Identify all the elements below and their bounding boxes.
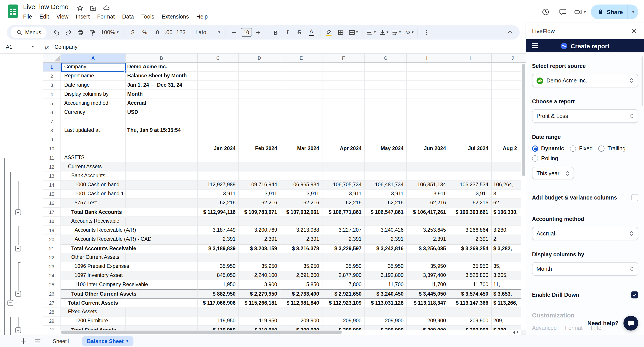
menu-help[interactable]: Help — [192, 12, 212, 21]
cell-G17[interactable]: $ 106,547,861 — [365, 208, 407, 217]
cell-E26[interactable]: $ 2,733,400 — [280, 289, 322, 298]
cell-E12[interactable] — [280, 162, 322, 172]
tab-format[interactable]: Format — [565, 325, 582, 331]
menu-insert[interactable]: Insert — [72, 12, 94, 21]
cell-A7[interactable] — [61, 117, 126, 126]
row-header-26[interactable]: 26 — [43, 289, 61, 298]
strikethrough-button[interactable]: S — [294, 27, 305, 38]
cell-I21[interactable]: $ 3,269,254 — [449, 244, 492, 253]
cell-B14[interactable] — [126, 181, 198, 190]
cell-H15[interactable]: 3,911 — [407, 190, 449, 199]
cell-C28[interactable] — [198, 307, 239, 316]
cell-I15[interactable]: 3,911 — [449, 190, 492, 199]
cell-E14[interactable]: 106,965,934 — [280, 181, 322, 190]
cell-H24[interactable]: 3,397,400 — [407, 271, 449, 280]
cell-F9[interactable] — [322, 135, 365, 144]
cell-D6[interactable] — [239, 108, 280, 117]
cell-H3[interactable] — [407, 81, 449, 90]
cell-C20[interactable]: 2,391 — [198, 235, 239, 244]
cell-D26[interactable]: $ 2,279,950 — [239, 289, 280, 298]
cell-D14[interactable]: 109,716,944 — [239, 181, 280, 190]
cell-G19[interactable]: 3,240,426 — [365, 226, 407, 235]
cell-A11[interactable]: ASSETS — [61, 153, 126, 162]
cell-I11[interactable] — [449, 153, 492, 162]
cell-B4[interactable]: Month — [126, 90, 198, 99]
cell-B9[interactable] — [126, 135, 198, 144]
cell-F20[interactable]: 2,391 — [322, 235, 365, 244]
cell-H22[interactable] — [407, 253, 449, 262]
cell-A10[interactable] — [61, 144, 126, 153]
text-wrap-button[interactable]: ▾ — [390, 27, 402, 38]
fill-color-button[interactable] — [323, 27, 334, 38]
cell-A15[interactable]: 1001 Cash on hand 1 — [61, 190, 126, 199]
cell-D24[interactable]: 2,240,100 — [239, 271, 280, 280]
period-select[interactable]: This year — [532, 167, 574, 179]
cell-D10[interactable]: Feb 2024 — [239, 144, 280, 153]
cell-C26[interactable]: $ 882,950 — [198, 289, 239, 298]
cell-E4[interactable] — [280, 90, 322, 99]
column-header-E[interactable]: E — [280, 54, 322, 63]
scroll-right-icon[interactable] — [517, 330, 518, 334]
radio-dynamic[interactable]: Dynamic — [532, 146, 564, 152]
cell-H26[interactable]: $ 3,445,050 — [407, 289, 449, 298]
cell-I25[interactable]: 11,700 — [449, 280, 492, 289]
menu-tools[interactable]: Tools — [138, 12, 158, 21]
cell-C29[interactable]: 119,950 — [198, 316, 239, 326]
column-header-C[interactable]: C — [198, 54, 239, 63]
collapse-group-button[interactable] — [15, 209, 21, 215]
cell-A22[interactable]: Other Current Assets — [61, 253, 126, 262]
row-header-16[interactable]: 16 — [43, 199, 61, 208]
cell-G14[interactable]: 106,481,734 — [365, 181, 407, 190]
cell-E29[interactable]: 209,900 — [280, 316, 322, 326]
cell-F17[interactable]: $ 106,771,861 — [322, 208, 365, 217]
cell-I20[interactable]: 2,391 — [449, 235, 492, 244]
cell-A21[interactable]: Total Accounts Receivable — [61, 244, 126, 253]
cell-B19[interactable] — [126, 226, 198, 235]
cell-I8[interactable] — [449, 126, 492, 135]
cell-H4[interactable] — [407, 90, 449, 99]
radio-fixed[interactable]: Fixed — [570, 146, 593, 152]
cell-G2[interactable] — [365, 72, 407, 81]
menus-search-button[interactable]: Menus — [11, 27, 47, 38]
cell-G5[interactable] — [365, 99, 407, 108]
horizontal-align-button[interactable]: ▾ — [366, 27, 377, 38]
report-source-select[interactable]: qb Demo Acme Inc. — [532, 74, 638, 88]
cell-A2[interactable]: Report name — [61, 72, 126, 81]
cell-B10[interactable] — [126, 144, 198, 153]
column-header-G[interactable]: G — [365, 54, 407, 63]
cell-F1[interactable] — [322, 63, 365, 72]
cell-I24[interactable]: 3,526,800 — [449, 271, 492, 280]
cell-C21[interactable]: $ 3,189,839 — [198, 244, 239, 253]
cell-I16[interactable]: 62,216 — [449, 199, 492, 208]
tab-sheet1[interactable]: Sheet1 — [46, 336, 76, 346]
cell-E20[interactable]: 2,391 — [280, 235, 322, 244]
cell-C10[interactable]: Jan 2024 — [198, 144, 239, 153]
menu-edit[interactable]: Edit — [36, 12, 53, 21]
cell-I23[interactable]: 35,950 — [449, 262, 492, 271]
cell-H29[interactable]: 209,900 — [407, 316, 449, 326]
cell-A19[interactable]: Accounts Receivable (A/R) — [61, 226, 126, 235]
row-header-5[interactable]: 5 — [43, 99, 61, 108]
cell-F18[interactable] — [322, 217, 365, 226]
column-header-F[interactable]: F — [322, 54, 365, 63]
row-header-14[interactable]: 14 — [43, 181, 61, 190]
cell-H7[interactable] — [407, 117, 449, 126]
cell-G26[interactable]: $ 3,240,450 — [365, 289, 407, 298]
row-header-20[interactable]: 20 — [43, 235, 61, 244]
cell-E3[interactable] — [280, 81, 322, 90]
all-sheets-menu-button[interactable] — [32, 336, 43, 346]
cell-F10[interactable]: Apr 2024 — [322, 144, 365, 153]
format-percent-button[interactable]: % — [139, 27, 150, 38]
cell-C5[interactable] — [198, 99, 239, 108]
cell-C1[interactable] — [198, 63, 239, 72]
cell-F11[interactable] — [322, 153, 365, 162]
cell-H6[interactable] — [407, 108, 449, 117]
cell-H17[interactable]: $ 106,417,261 — [407, 208, 449, 217]
cell-H23[interactable]: 35,950 — [407, 262, 449, 271]
row-header-8[interactable]: 8 — [43, 126, 61, 135]
cell-B13[interactable] — [126, 172, 198, 181]
cell-E19[interactable]: 3,213,988 — [280, 226, 322, 235]
cell-B2[interactable]: Balance Sheet by Month — [126, 72, 198, 81]
row-header-7[interactable]: 7 — [43, 117, 61, 126]
cell-E17[interactable]: $ 107,032,061 — [280, 208, 322, 217]
